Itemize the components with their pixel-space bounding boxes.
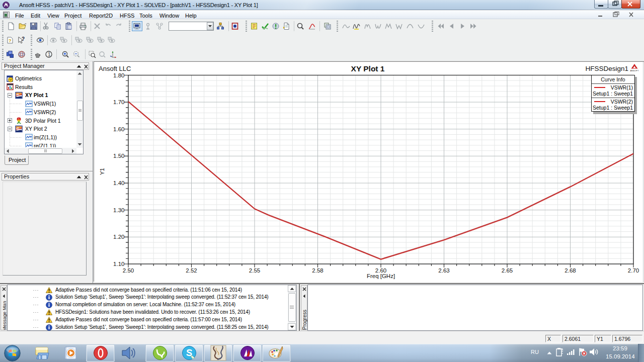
svg-text:Ansoft LLC: Ansoft LLC — [99, 65, 131, 72]
svg-text:2.60: 2.60 — [375, 267, 386, 274]
svg-text:Freq [GHz]: Freq [GHz] — [367, 273, 395, 279]
svg-text:1.10: 1.10 — [113, 261, 124, 267]
svg-text:1.70: 1.70 — [113, 99, 124, 105]
svg-text:2.55: 2.55 — [249, 267, 260, 274]
svg-text:1.50: 1.50 — [113, 153, 124, 159]
svg-text:1.20: 1.20 — [113, 234, 124, 240]
svg-text:2.63: 2.63 — [438, 267, 449, 274]
svg-text:XY Plot 1: XY Plot 1 — [351, 64, 385, 73]
svg-text:1.80: 1.80 — [113, 72, 124, 78]
svg-text:2.65: 2.65 — [502, 267, 513, 274]
svg-text:Y1: Y1 — [99, 168, 105, 175]
svg-text:HFSSDesign1: HFSSDesign1 — [585, 65, 628, 72]
svg-text:ANSOFT: ANSOFT — [630, 69, 639, 72]
svg-text:2.70: 2.70 — [628, 267, 639, 274]
svg-text:2.52: 2.52 — [186, 267, 197, 274]
svg-text:1.30: 1.30 — [113, 207, 124, 213]
svg-text:2.68: 2.68 — [565, 267, 576, 274]
svg-text:1.60: 1.60 — [113, 126, 124, 132]
svg-text:1.40: 1.40 — [113, 180, 124, 186]
svg-text:2.58: 2.58 — [312, 267, 323, 274]
svg-text:2.50: 2.50 — [123, 267, 134, 274]
